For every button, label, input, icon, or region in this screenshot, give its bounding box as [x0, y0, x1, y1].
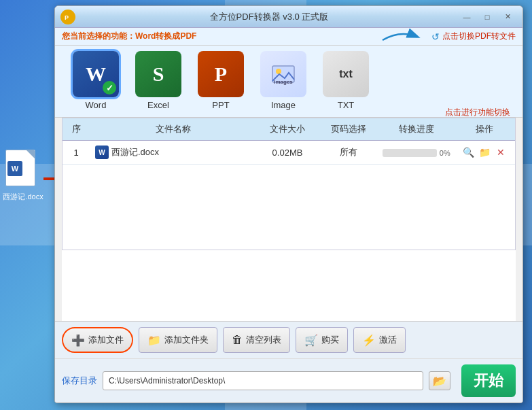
row-pages: 所有 [318, 145, 379, 160]
col-progress: 转换进度 [379, 122, 454, 137]
current-function-label: 您当前选择的功能：Word转换成PDF [62, 31, 196, 42]
add-file-label: 添加文件 [88, 334, 124, 346]
add-folder-icon: 📁 [147, 334, 161, 347]
action-icons: 🔍 📁 ✕ [457, 146, 512, 159]
buy-button[interactable]: 🛒 购买 [296, 327, 348, 353]
switch-arrow-icon [380, 27, 421, 47]
activate-button[interactable]: ⚡ 激活 [353, 327, 406, 353]
excel-icon-label: Excel [147, 100, 169, 110]
buy-icon: 🛒 [304, 334, 318, 347]
preview-icon[interactable]: 🔍 [461, 146, 475, 159]
svg-text:images: images [274, 79, 293, 85]
minimize-button[interactable]: — [457, 10, 476, 24]
close-button[interactable]: ✕ [498, 10, 517, 24]
table-spacer [62, 250, 516, 321]
add-folder-label: 添加文件夹 [164, 334, 209, 346]
word-icon-img: W ✓ [73, 51, 119, 97]
image-icon-label: Image [271, 100, 296, 110]
buy-label: 购买 [321, 334, 339, 346]
image-icon-img: images [260, 51, 306, 97]
row-word-icon: W [95, 146, 109, 159]
progress-label: 0% [440, 149, 450, 157]
toolbar-strip: 您当前选择的功能：Word转换成PDF ↺ 点击切换PDF转文件 [55, 28, 522, 46]
add-file-button[interactable]: ➕ 添加文件 [62, 327, 133, 353]
window-title: 全方位PDF转换器 v3.0 正式版 [81, 11, 457, 23]
main-content: 您当前选择的功能：Word转换成PDF ↺ 点击切换PDF转文件 [55, 28, 522, 403]
maximize-button[interactable]: □ [478, 10, 497, 24]
txt-icon-label: TXT [338, 100, 355, 110]
svg-point-5 [276, 69, 281, 74]
col-action: 操作 [454, 122, 515, 137]
row-index: 1 [63, 146, 90, 159]
txt-icon-btn[interactable]: txt TXT [319, 51, 373, 110]
col-size: 文件大小 [257, 122, 318, 137]
add-folder-button[interactable]: 📁 添加文件夹 [139, 327, 217, 353]
progress-bar [383, 149, 437, 157]
ppt-icon-label: PPT [212, 100, 229, 110]
excel-icon-btn[interactable]: S Excel [131, 51, 185, 110]
file-page-icon: W [5, 150, 35, 186]
row-name: W 西游记.docx [90, 144, 257, 160]
word-icon-label: Word [86, 100, 107, 110]
save-label: 保存目录 [62, 375, 97, 387]
empty-area [63, 165, 515, 250]
open-folder-icon[interactable]: 📁 [478, 146, 491, 159]
current-function-value: Word转换成PDF [135, 31, 196, 41]
browse-folder-button[interactable]: 📂 [429, 371, 450, 390]
add-file-icon: ➕ [71, 334, 85, 347]
table-header: 序 文件名称 文件大小 页码选择 转换进度 操作 [63, 118, 515, 141]
image-icon-btn[interactable]: images Image [256, 51, 311, 110]
dragged-file-label: 西游记.docx [3, 192, 43, 202]
word-check-badge: ✓ [103, 81, 116, 95]
table-row: 1 W 西游记.docx 0.02MB 所有 0% 🔍 📁 [63, 141, 515, 165]
save-path-input[interactable] [103, 371, 423, 390]
col-index: 序 [63, 122, 90, 137]
row-actions: 🔍 📁 ✕ [454, 144, 515, 160]
switch-icon: ↺ [431, 31, 440, 42]
titlebar-controls: — □ ✕ [457, 10, 517, 24]
txt-icon-img: txt [323, 51, 369, 97]
folder-icon: 📂 [433, 375, 446, 388]
switch-pdf-button[interactable]: ↺ 点击切换PDF转文件 [431, 31, 516, 42]
current-function-prefix: 您当前选择的功能： [62, 31, 135, 41]
bottom-toolbar: ➕ 添加文件 📁 添加文件夹 🗑 清空列表 🛒 购买 ⚡ 激活 [55, 321, 522, 358]
word-icon-btn[interactable]: W ✓ Word [69, 51, 123, 110]
clear-label: 清空列表 [246, 334, 281, 346]
titlebar: P 全方位PDF转换器 v3.0 正式版 — □ ✕ [55, 6, 522, 28]
row-progress: 0% [379, 146, 454, 159]
svg-text:P: P [65, 14, 69, 21]
ppt-icon-btn[interactable]: P PPT [194, 51, 248, 110]
excel-icon-img: S [135, 51, 181, 97]
app-logo: P [60, 10, 75, 24]
clear-icon: 🗑 [232, 334, 243, 346]
start-button[interactable]: 开始 [461, 364, 516, 397]
dragged-file: W 西游记.docx [0, 150, 46, 202]
ppt-icon-img: P [198, 51, 244, 97]
hint-text: 点击进行功能切换 [445, 106, 510, 118]
activate-label: 激活 [379, 334, 397, 346]
delete-icon[interactable]: ✕ [494, 146, 508, 159]
word-tag: W [7, 161, 22, 176]
save-path-area: 保存目录 📂 开始 [55, 358, 522, 403]
clear-list-button[interactable]: 🗑 清空列表 [223, 327, 290, 353]
row-size: 0.02MB [257, 146, 318, 159]
activate-icon: ⚡ [362, 334, 376, 347]
file-table: 序 文件名称 文件大小 页码选择 转换进度 操作 1 W 西游记.docx 0.… [62, 118, 516, 250]
switch-pdf-label: 点击切换PDF转文件 [442, 31, 516, 42]
col-pages: 页码选择 [318, 122, 379, 137]
main-window: P 全方位PDF转换器 v3.0 正式版 — □ ✕ 您当前选择的功能：Word… [54, 5, 523, 403]
col-name: 文件名称 [90, 122, 257, 137]
